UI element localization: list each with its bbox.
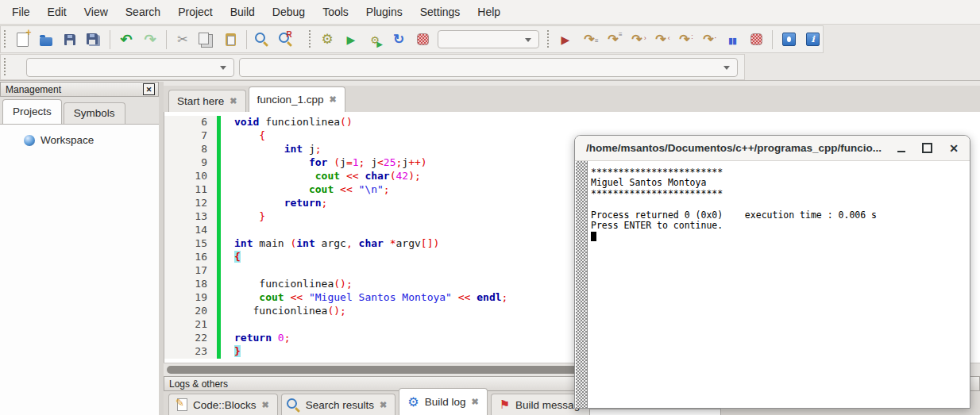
menu-item-file[interactable]: File: [3, 0, 39, 24]
logs-tab-search-results[interactable]: Search results✖: [281, 394, 396, 415]
tab-close-icon[interactable]: ✖: [262, 400, 269, 410]
logs-tab-code-blocks[interactable]: Code::Blocks✖: [168, 394, 278, 415]
logs-tab-build-log[interactable]: Build log✖: [399, 388, 487, 415]
line-number[interactable]: 22: [164, 332, 217, 345]
menu-item-debug[interactable]: Debug: [264, 0, 314, 24]
menu-item-view[interactable]: View: [75, 0, 117, 24]
various-info-button[interactable]: [802, 29, 823, 50]
abort-build-icon: [417, 33, 429, 45]
line-number[interactable]: 18: [164, 278, 217, 291]
management-tab-symbols[interactable]: Symbols: [64, 102, 125, 124]
line-number[interactable]: 20: [164, 305, 217, 318]
editor-tab-start-here[interactable]: Start here✖: [168, 90, 246, 112]
menu-item-build[interactable]: Build: [222, 0, 264, 24]
new-file-button[interactable]: [12, 29, 33, 50]
hidden-log-tab[interactable]: [589, 409, 721, 415]
line-number[interactable]: 12: [164, 197, 217, 210]
tab-close-icon[interactable]: ✖: [330, 94, 337, 105]
find-icon: [255, 33, 265, 43]
line-number[interactable]: 15: [164, 237, 217, 251]
menu-item-plugins[interactable]: Plugins: [357, 0, 411, 24]
cut-button[interactable]: [172, 29, 193, 50]
line-number[interactable]: 10: [164, 170, 217, 183]
redo-button[interactable]: [140, 29, 160, 50]
paste-button[interactable]: [220, 29, 241, 50]
stop-debugger-button[interactable]: [746, 29, 766, 50]
line-number[interactable]: 13: [164, 210, 217, 224]
copy-icon: [199, 33, 209, 44]
undo-button[interactable]: [116, 29, 137, 50]
tab-close-icon[interactable]: ✖: [230, 96, 237, 106]
step-out-button[interactable]: [650, 29, 671, 50]
secondary-toolbar-panel: [0, 54, 745, 80]
step-into-instruction-button[interactable]: [698, 29, 719, 50]
terminal-output[interactable]: ************************Miguel Santos Mo…: [591, 167, 877, 241]
tree-item-workspace[interactable]: Workspace: [0, 125, 159, 146]
minimize-icon[interactable]: [897, 151, 905, 152]
editor-tab-label: Start here: [177, 95, 224, 107]
various-info-icon: [806, 33, 820, 46]
management-panel: Management ✕ ProjectsSymbols Workspace: [0, 82, 159, 415]
save-file-button[interactable]: [60, 29, 80, 50]
management-tabs: ProjectsSymbols: [0, 98, 159, 124]
management-tab-projects[interactable]: Projects: [2, 99, 62, 124]
line-number[interactable]: 23: [164, 345, 217, 359]
logs-tab-label: Code::Blocks: [193, 399, 257, 411]
line-number[interactable]: 9: [164, 156, 217, 170]
toolbar-grip[interactable]: [3, 30, 9, 49]
code-line[interactable]: 6void funcionlinea(): [164, 116, 980, 129]
copy-button[interactable]: [196, 29, 217, 50]
management-close-button[interactable]: ✕: [143, 83, 155, 95]
replace-button[interactable]: [276, 29, 297, 50]
workspace-globe-icon: [24, 135, 35, 146]
abort-build-button[interactable]: [412, 29, 433, 50]
terminal-scrollbar[interactable]: [576, 161, 588, 408]
next-instruction-button[interactable]: [674, 29, 695, 50]
build-log-icon: [407, 396, 419, 409]
terminal-cursor-line: [591, 230, 877, 240]
line-number[interactable]: 16: [164, 251, 217, 264]
toolbar-grip[interactable]: [546, 30, 552, 49]
menu-item-help[interactable]: Help: [469, 0, 509, 24]
menu-item-search[interactable]: Search: [117, 0, 169, 24]
compiler-combo[interactable]: [26, 58, 234, 77]
step-into-button[interactable]: [627, 29, 647, 50]
menu-item-settings[interactable]: Settings: [411, 0, 469, 24]
toolbar-main: [0, 25, 980, 54]
build-target-combo[interactable]: [438, 30, 539, 48]
line-number[interactable]: 6: [164, 116, 217, 129]
menu-item-edit[interactable]: Edit: [39, 0, 75, 24]
debug-continue-button[interactable]: [555, 29, 576, 50]
compile-button[interactable]: [317, 29, 338, 50]
save-all-button[interactable]: [83, 29, 104, 50]
run-to-cursor-button[interactable]: [579, 29, 600, 50]
terminal-titlebar[interactable]: /home/msantos/Documentos/c++/programas_c…: [575, 136, 970, 161]
line-number[interactable]: 11: [164, 183, 217, 197]
line-number[interactable]: 17: [164, 264, 217, 278]
tab-close-icon[interactable]: ✖: [471, 397, 478, 407]
paste-icon: [226, 33, 236, 46]
scope-combo[interactable]: [239, 58, 738, 77]
break-debugger-button[interactable]: [722, 29, 743, 50]
toolbar-grip[interactable]: [3, 58, 9, 77]
run-button[interactable]: [341, 29, 361, 50]
line-number[interactable]: 8: [164, 143, 217, 156]
find-button[interactable]: [253, 29, 273, 50]
rebuild-button[interactable]: [388, 29, 409, 50]
debugging-windows-button[interactable]: [778, 29, 799, 50]
tab-close-icon[interactable]: ✖: [380, 400, 387, 410]
next-line-button[interactable]: [603, 29, 623, 50]
line-number[interactable]: 14: [164, 224, 217, 237]
save-all-icon: [87, 33, 98, 44]
line-number[interactable]: 19: [164, 291, 217, 305]
open-file-button[interactable]: [36, 29, 56, 50]
close-icon[interactable]: ✕: [949, 143, 959, 154]
toolbar-grip[interactable]: [308, 30, 314, 49]
menu-item-tools[interactable]: Tools: [314, 0, 357, 24]
build-and-run-button[interactable]: [365, 29, 385, 50]
editor-tab-funcion-1-cpp[interactable]: funcion_1.cpp✖: [249, 86, 345, 112]
line-number[interactable]: 7: [164, 129, 217, 143]
maximize-icon[interactable]: [922, 143, 932, 153]
menu-item-project[interactable]: Project: [169, 0, 222, 24]
line-number[interactable]: 21: [164, 318, 217, 332]
